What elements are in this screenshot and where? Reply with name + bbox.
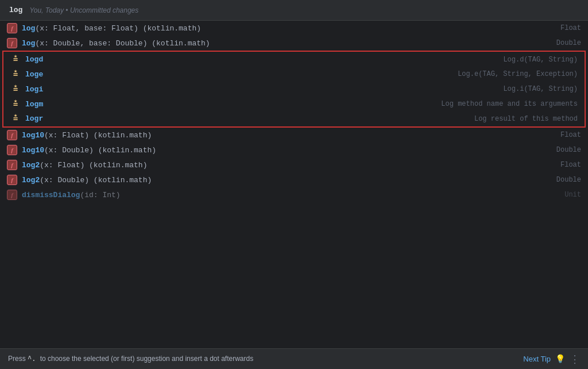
item-return-type: Double [545,176,581,184]
item-content: f dismissDialog (id: Int) [7,190,553,200]
template-group: ≛ logd Log.d(TAG, String) ≛ loge Log.e(T… [2,51,586,128]
item-return-type: Double [545,39,581,47]
function-icon: f [7,175,17,185]
item-name-rest: (id: Int) [80,191,120,199]
item-name-bold: log [22,24,35,33]
template-icon: ≛ [10,69,21,79]
item-content: f log (x: Double, base: Double) (kotlin.… [7,38,545,48]
item-content: ≛ logi [10,84,492,94]
item-name-bold: dismissDialog [22,191,80,199]
item-return-type: Float [549,131,581,139]
status-bar: Press ^. to choose the selected (or firs… [0,348,588,369]
list-item[interactable]: ≛ logr Log result of this method [3,112,585,126]
list-item[interactable]: f log10 (x: Double) (kotlin.math) Double [0,143,588,157]
item-return-type: Log.i(TAG, String) [492,85,578,93]
item-name-bold: logi [25,85,43,94]
item-content: ≛ loge [10,69,446,79]
list-item[interactable]: f dismissDialog (id: Int) Unit [0,187,588,202]
completion-list: f log (x: Float, base: Float) (kotlin.ma… [0,21,588,348]
item-name-rest: (x: Float, base: Float) (kotlin.math) [35,24,201,33]
item-name-bold: log10 [22,131,44,140]
status-prefix: Press [8,355,26,363]
item-content: f log2 (x: Double) (kotlin.math) [7,175,545,185]
list-item[interactable]: ≛ loge Log.e(TAG, String, Exception) [3,67,585,82]
item-return-type: Unit [553,191,581,199]
item-return-type: Log result of this method [463,115,578,123]
item-name-rest: (x: Float) (kotlin.math) [40,161,147,170]
function-icon: f [7,130,17,140]
list-item[interactable]: f log10 (x: Float) (kotlin.math) Float [0,128,588,143]
status-message: Press ^. to choose the selected (or firs… [8,355,521,363]
list-item[interactable]: f log2 (x: Double) (kotlin.math) Double [0,172,588,187]
item-name-bold: log2 [22,161,40,170]
next-tip-button[interactable]: Next Tip [521,353,553,364]
item-name-rest: (x: Double) (kotlin.math) [40,176,152,184]
function-icon: f [7,190,17,200]
item-content: f log10 (x: Double) (kotlin.math) [7,145,545,155]
template-icon: ≛ [10,55,21,65]
item-return-type: Log.d(TAG, String) [492,56,578,64]
item-content: ≛ logr [10,114,463,124]
function-icon: f [7,38,17,48]
item-name-bold: logd [25,55,43,64]
list-item[interactable]: f log (x: Float, base: Float) (kotlin.ma… [0,21,588,36]
item-return-type: Float [549,24,581,32]
item-return-type: Log.e(TAG, String, Exception) [446,70,578,78]
item-return-type: Log method name and its arguments [430,100,578,108]
item-name-bold: logr [25,114,43,123]
item-name-bold: log10 [22,146,44,155]
item-name-bold: log [22,39,35,48]
item-name-bold: loge [25,70,43,79]
tab-meta: You, Today • Uncommitted changes [29,6,138,14]
template-icon: ≛ [10,114,21,124]
item-name-rest: (x: Double) (kotlin.math) [44,146,156,155]
template-icon: ≛ [10,99,21,109]
status-key-combo: ^. [28,355,40,363]
tab-bar: log You, Today • Uncommitted changes [0,0,588,21]
item-name-bold: log2 [22,176,40,184]
function-icon: f [7,145,17,155]
item-name-rest: (x: Float) (kotlin.math) [44,131,152,140]
tab-title: log [9,6,22,14]
item-return-type: Float [549,161,581,169]
item-content: f log10 (x: Float) (kotlin.math) [7,130,549,140]
list-item[interactable]: f log (x: Double, base: Double) (kotlin.… [0,36,588,51]
status-suffix: to choose the selected (or first) sugges… [40,355,254,363]
list-item[interactable]: ≛ logm Log method name and its arguments [3,97,585,112]
function-icon: f [7,160,17,170]
item-name-rest: (x: Double, base: Double) (kotlin.math) [35,39,210,48]
item-content: ≛ logm [10,99,430,109]
item-return-type: Double [545,146,581,154]
list-item[interactable]: f log2 (x: Float) (kotlin.math) Float [0,157,588,172]
item-content: f log2 (x: Float) (kotlin.math) [7,160,549,170]
item-content: f log (x: Float, base: Float) (kotlin.ma… [7,23,549,33]
item-content: ≛ logd [10,55,492,65]
list-item[interactable]: ≛ logi Log.i(TAG, String) [3,82,585,97]
more-options-icon[interactable]: ⋮ [570,353,580,366]
list-item[interactable]: ≛ logd Log.d(TAG, String) [3,52,585,67]
item-name-bold: logm [25,100,43,109]
template-icon: ≛ [10,84,21,94]
lightbulb-icon: 💡 [555,354,565,364]
function-icon: f [7,23,17,33]
